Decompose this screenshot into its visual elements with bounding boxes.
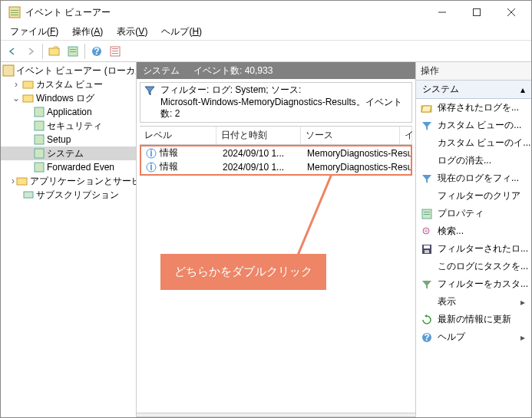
tree-app-services[interactable]: › アプリケーションとサービ <box>1 174 136 188</box>
tree-label: システム <box>47 147 84 160</box>
refresh-icon <box>421 314 433 326</box>
row-level: 情報 <box>160 160 178 173</box>
action-filter-current[interactable]: 現在のログをフィ... <box>416 170 531 187</box>
folder-icon <box>22 92 35 104</box>
action-open-saved-log[interactable]: 保存されたログを... <box>416 99 531 117</box>
chevron-right-icon: ▸ <box>519 332 527 343</box>
tree-label: セキュリティ <box>47 120 102 133</box>
blank-icon <box>421 190 433 202</box>
svg-line-32 <box>293 174 332 266</box>
action-attach-task[interactable]: このログにタスクを... <box>416 258 531 275</box>
actions-pane: 操作 システム ▴ 保存されたログを... カスタム ビューの... カスタム … <box>416 62 531 417</box>
eventviewer-icon <box>2 64 15 77</box>
filter-icon <box>421 173 433 185</box>
help-icon: ? <box>421 331 433 344</box>
section-collapse-icon[interactable]: ▴ <box>520 84 525 95</box>
svg-rect-24 <box>35 149 44 158</box>
filter-custom-icon <box>421 278 433 291</box>
save-icon <box>421 243 433 255</box>
header-source[interactable]: ソース <box>301 127 400 144</box>
svg-rect-19 <box>23 81 33 88</box>
forward-button[interactable] <box>22 43 39 60</box>
tree-label: Application <box>47 107 92 117</box>
svg-rect-20 <box>23 95 33 102</box>
list-header: レベル 日付と時刻 ソース イ <box>140 126 412 145</box>
main-area: イベント ビューアー (ローカル › カスタム ビュー ⌄ Windows ログ… <box>1 62 531 417</box>
blank-icon <box>421 261 433 273</box>
help-icon[interactable]: ? <box>88 43 105 60</box>
filter-line2: Microsoft-Windows-MemoryDiagnostics-Resu… <box>160 97 408 120</box>
svg-text:?: ? <box>424 332 429 343</box>
tree-root[interactable]: イベント ビューアー (ローカル <box>1 64 136 77</box>
folder-open-icon <box>421 102 433 114</box>
svg-rect-8 <box>49 48 59 55</box>
tree-custom-views[interactable]: › カスタム ビュー <box>1 77 136 91</box>
list-row[interactable]: i情報 2024/09/10 1... MemoryDiagnostics-Re… <box>141 160 411 174</box>
list-body: i情報 2024/09/10 1... MemoryDiagnostics-Re… <box>140 145 412 176</box>
expand-icon[interactable]: › <box>12 79 21 90</box>
action-create-custom-view[interactable]: カスタム ビューの... <box>416 117 531 134</box>
svg-rect-40 <box>424 245 430 248</box>
filter-icon <box>421 120 433 132</box>
menu-action[interactable]: 操作(A) <box>66 24 109 40</box>
annotation-callout: どちらかをダブルクリック <box>160 254 326 290</box>
action-search[interactable]: 検索... <box>416 222 531 240</box>
svg-rect-41 <box>425 250 429 253</box>
folder-icon <box>22 78 35 91</box>
toolbar: ? <box>1 41 531 62</box>
expand-icon[interactable]: › <box>12 176 15 186</box>
action-clear-log[interactable]: ログの消去... <box>416 152 531 170</box>
window-title: イベント ビューアー <box>25 6 425 19</box>
svg-rect-25 <box>35 163 44 172</box>
info-icon: i <box>146 162 157 173</box>
splitter[interactable] <box>137 413 415 417</box>
list-icon[interactable] <box>107 43 124 60</box>
actions-title: 操作 <box>416 62 531 81</box>
row-source: MemoryDiagnostics-Results <box>302 162 411 173</box>
action-customize-filter[interactable]: フィルターをカスタ... <box>416 275 531 293</box>
collapse-icon[interactable]: ⌄ <box>12 93 21 104</box>
event-count: イベント数: 40,933 <box>193 64 273 77</box>
header-eventid[interactable]: イ <box>400 127 412 144</box>
tree-item-security[interactable]: セキュリティ <box>1 119 136 133</box>
action-view[interactable]: 表示▸ <box>416 293 531 311</box>
list-row[interactable]: i情報 2024/09/10 1... MemoryDiagnostics-Re… <box>141 146 411 160</box>
tree-item-system[interactable]: システム <box>1 146 136 160</box>
svg-rect-3 <box>11 15 18 15</box>
properties-icon <box>421 208 433 220</box>
menubar: ファイル(F) 操作(A) 表示(V) ヘルプ(H) <box>1 24 531 41</box>
filter-bar: フィルター: ログ: System; ソース: Microsoft-Window… <box>140 82 412 123</box>
tree-subscriptions[interactable]: サブスクリプション <box>1 188 136 202</box>
actions-section-system: システム ▴ <box>416 81 531 99</box>
tree-item-setup[interactable]: Setup <box>1 133 136 146</box>
back-button[interactable] <box>4 43 21 60</box>
tree-label: アプリケーションとサービ <box>30 175 137 188</box>
search-icon <box>421 225 433 238</box>
tree-item-forwarded[interactable]: Forwarded Even <box>1 160 136 174</box>
menu-view[interactable]: 表示(V) <box>111 24 154 40</box>
log-icon <box>33 133 45 146</box>
action-properties[interactable]: プロパティ <box>416 205 531 222</box>
action-help[interactable]: ?ヘルプ▸ <box>416 328 531 346</box>
action-clear-filter[interactable]: フィルターのクリア <box>416 187 531 205</box>
tree-windows-logs[interactable]: ⌄ Windows ログ <box>1 91 136 105</box>
menu-help[interactable]: ヘルプ(H) <box>155 24 208 40</box>
close-button[interactable] <box>494 1 528 24</box>
minimize-button[interactable] <box>425 1 459 24</box>
blank-icon <box>421 155 433 167</box>
log-icon <box>33 147 45 160</box>
folder-icon <box>16 175 28 187</box>
svg-rect-21 <box>35 107 44 117</box>
header-date[interactable]: 日付と時刻 <box>216 127 301 144</box>
action-refresh[interactable]: 最新の情報に更新 <box>416 311 531 328</box>
action-save-filtered[interactable]: フィルターされたロ... <box>416 240 531 258</box>
action-import-custom-view[interactable]: カスタム ビューのイ... <box>416 134 531 152</box>
folder-icon[interactable] <box>46 43 63 60</box>
maximize-button[interactable] <box>459 1 494 24</box>
tree-item-application[interactable]: Application <box>1 105 136 119</box>
header-level[interactable]: レベル <box>140 127 216 144</box>
center-title: システム <box>143 64 180 77</box>
row-date: 2024/09/10 1... <box>218 162 302 173</box>
menu-file[interactable]: ファイル(F) <box>4 24 64 40</box>
properties-icon[interactable] <box>64 43 81 60</box>
